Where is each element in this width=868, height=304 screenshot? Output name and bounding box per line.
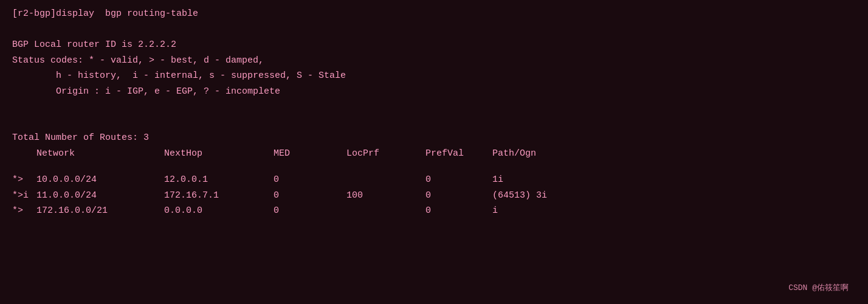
routing-table: Network NextHop MED LocPrf PrefVal Path/…: [12, 146, 856, 219]
status-codes-line1: Status codes: * - valid, > - best, d - d…: [12, 53, 856, 69]
header-locprf: LocPrf: [346, 146, 425, 162]
route-med: 0: [274, 203, 346, 219]
route-nexthop: 12.0.0.1: [164, 172, 274, 188]
route-status: *>: [12, 172, 36, 188]
route-status: *>: [12, 203, 36, 219]
status-codes-line3: Origin : i - IGP, e - EGP, ? - incomplet…: [12, 84, 856, 100]
route-locprf: [346, 172, 425, 188]
route-network: 11.0.0.0/24: [36, 188, 164, 204]
header-blank-row: [12, 161, 856, 172]
blank-line-2: [12, 99, 856, 115]
route-nexthop: 172.16.7.1: [164, 188, 274, 204]
blank-line-3: [12, 115, 856, 131]
terminal-window: [r2-bgp]display bgp routing-table BGP Lo…: [12, 6, 856, 298]
route-prefval: 0: [425, 172, 492, 188]
route-prefval: 0: [425, 203, 492, 219]
header-med: MED: [274, 146, 346, 162]
route-path-ogn: 1i: [492, 172, 856, 188]
route-network: 172.16.0.0/21: [36, 203, 164, 219]
status-codes-line2: h - history, i - internal, s - suppresse…: [12, 68, 856, 84]
header-prefval: PrefVal: [425, 146, 492, 162]
route-locprf: [346, 203, 425, 219]
table-row: *>i11.0.0.0/24172.16.7.101000(64513) 3i: [12, 188, 856, 204]
total-routes: Total Number of Routes: 3: [12, 130, 856, 146]
header-nexthop: NextHop: [164, 146, 274, 162]
route-med: 0: [274, 188, 346, 204]
route-path-ogn: i: [492, 203, 856, 219]
header-path-ogn: Path/Ogn: [492, 146, 856, 162]
table-row: *>172.16.0.0/210.0.0.000i: [12, 203, 856, 219]
prompt-line: [r2-bgp]display bgp routing-table: [12, 6, 856, 22]
route-nexthop: 0.0.0.0: [164, 203, 274, 219]
watermark: CSDN @佑筱笙啊: [788, 282, 849, 293]
route-status: *>i: [12, 188, 36, 204]
table-header-row: Network NextHop MED LocPrf PrefVal Path/…: [12, 146, 856, 162]
route-network: 10.0.0.0/24: [36, 172, 164, 188]
header-network: Network: [36, 146, 164, 162]
blank-line-1: [12, 22, 856, 38]
route-locprf: 100: [346, 188, 425, 204]
route-med: 0: [274, 172, 346, 188]
bgp-router-id: BGP Local router ID is 2.2.2.2: [12, 37, 856, 53]
header-status: [12, 146, 36, 162]
route-prefval: 0: [425, 188, 492, 204]
table-row: *>10.0.0.0/2412.0.0.1001i: [12, 172, 856, 188]
route-path-ogn: (64513) 3i: [492, 188, 856, 204]
